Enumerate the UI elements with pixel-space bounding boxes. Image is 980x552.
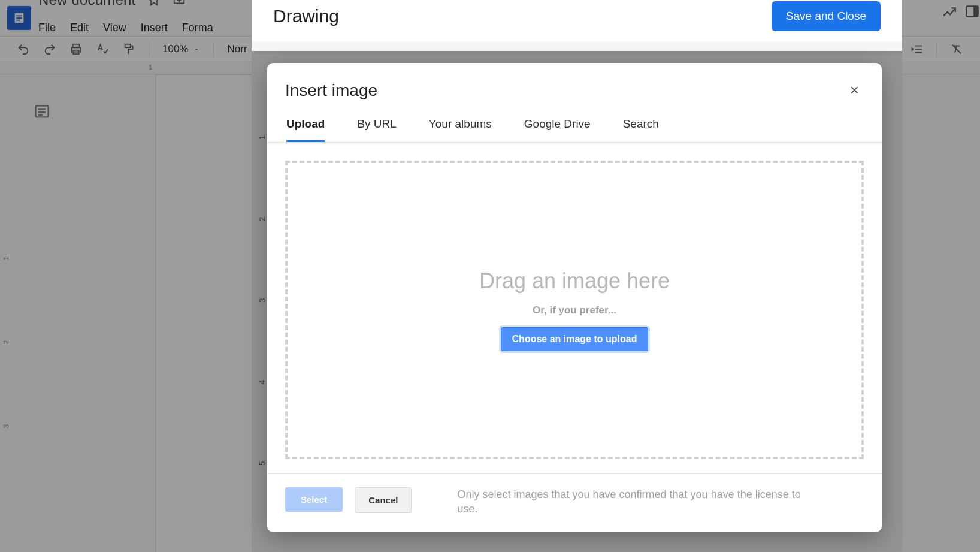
license-note: Only select images that you have confirm… bbox=[457, 487, 816, 517]
choose-image-button[interactable]: Choose an image to upload bbox=[501, 327, 649, 351]
drawing-title: Drawing bbox=[273, 6, 339, 26]
drawing-header: Drawing Save and Close bbox=[252, 0, 902, 41]
tabs-shadow bbox=[267, 143, 882, 146]
tab-search[interactable]: Search bbox=[623, 117, 659, 142]
close-button[interactable]: × bbox=[845, 79, 864, 102]
tab-google-drive[interactable]: Google Drive bbox=[524, 117, 591, 142]
tab-your-albums[interactable]: Your albums bbox=[429, 117, 492, 142]
drop-zone-headline: Drag an image here bbox=[479, 269, 670, 294]
select-button[interactable]: Select bbox=[285, 487, 343, 512]
save-and-close-button[interactable]: Save and Close bbox=[772, 1, 881, 31]
drop-zone-or-text: Or, if you prefer... bbox=[533, 304, 616, 316]
cancel-button[interactable]: Cancel bbox=[355, 487, 412, 513]
insert-image-footer: Select Cancel Only select images that yo… bbox=[267, 473, 882, 517]
close-icon: × bbox=[850, 81, 859, 99]
insert-image-title: Insert image bbox=[285, 81, 377, 100]
insert-image-dialog: Insert image × Upload By URL Your albums… bbox=[267, 63, 882, 532]
upload-drop-zone[interactable]: Drag an image here Or, if you prefer... … bbox=[285, 161, 864, 459]
tab-by-url[interactable]: By URL bbox=[357, 117, 396, 142]
insert-image-tabs: Upload By URL Your albums Google Drive S… bbox=[267, 109, 882, 143]
tab-upload[interactable]: Upload bbox=[286, 117, 325, 142]
